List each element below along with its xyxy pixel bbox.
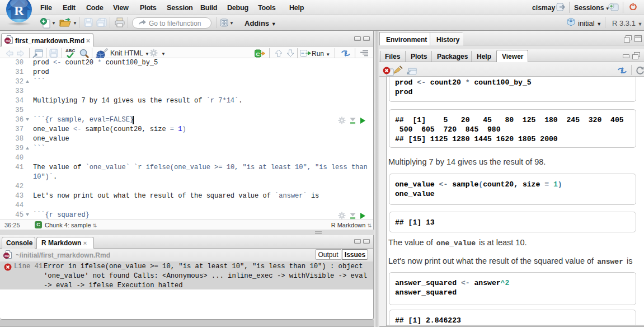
svg-text:md: md	[4, 254, 9, 258]
svg-text:C: C	[256, 51, 260, 57]
svg-text:R: R	[570, 19, 572, 22]
svg-text:md: md	[6, 39, 10, 43]
